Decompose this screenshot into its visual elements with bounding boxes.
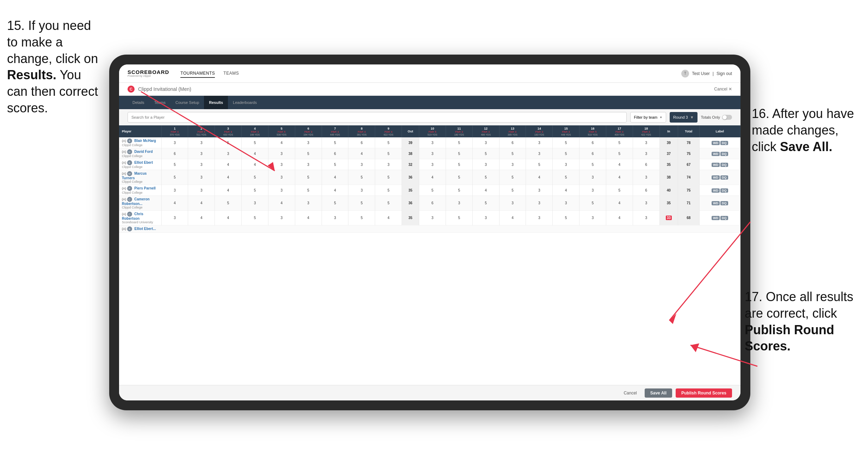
toggle-switch[interactable] [722,115,732,120]
score-hole-9[interactable]: 4 [375,211,402,225]
score-hole-12[interactable]: 5 [472,196,499,211]
score-hole-15[interactable]: 3 [553,159,579,170]
score-hole-18[interactable]: 3 [633,170,659,185]
score-hole-18[interactable]: 3 [633,137,659,148]
score-hole-4[interactable]: 5 [242,137,268,148]
score-hole-11[interactable]: 5 [446,185,472,196]
score-hole-7[interactable]: 4 [322,170,348,185]
score-hole-18[interactable]: 6 [633,159,659,170]
score-hole-2[interactable]: 3 [188,159,215,170]
wd-button[interactable]: WD [712,188,720,193]
score-hole-12[interactable]: 5 [472,170,499,185]
score-hole-10[interactable]: 4 [419,170,446,185]
score-hole-12[interactable]: 3 [472,137,499,148]
score-hole-10[interactable]: 3 [419,159,446,170]
tab-details[interactable]: Details [128,96,149,109]
wd-button[interactable]: WD [712,201,720,205]
score-hole-3[interactable]: 5 [215,196,242,211]
score-hole-16[interactable]: 5 [579,196,606,211]
score-hole-11[interactable]: 5 [446,170,472,185]
score-hole-3[interactable]: 3 [215,148,242,159]
score-hole-17[interactable]: 5 [606,185,633,196]
score-hole-4[interactable]: 5 [242,170,268,185]
dq-button[interactable]: DQ [720,175,728,180]
score-hole-15[interactable]: 5 [553,170,579,185]
score-hole-13[interactable]: 3 [499,196,526,211]
score-hole-15[interactable]: 5 [553,137,579,148]
score-hole-4[interactable]: 3 [242,196,268,211]
score-hole-3[interactable]: 4 [215,185,242,196]
score-hole-9[interactable]: 3 [375,159,402,170]
score-hole-8[interactable]: 6 [348,137,375,148]
score-hole-14[interactable]: 3 [526,148,553,159]
score-hole-7[interactable]: 5 [322,196,348,211]
score-hole-7[interactable]: 5 [322,137,348,148]
score-hole-12[interactable]: 3 [472,159,499,170]
score-hole-9[interactable]: 5 [375,196,402,211]
score-hole-5[interactable]: 3 [268,159,295,170]
dq-button[interactable]: DQ [720,216,728,220]
score-hole-5[interactable]: 3 [268,185,295,196]
score-hole-17[interactable]: 4 [606,196,633,211]
score-hole-18[interactable]: 3 [633,148,659,159]
score-hole-17[interactable]: 4 [606,170,633,185]
score-hole-17[interactable]: 5 [606,137,633,148]
tab-leaderboards[interactable]: Leaderboards [228,96,262,109]
sign-out-link[interactable]: Sign out [717,71,732,76]
dq-button[interactable]: DQ [720,163,728,167]
wd-button[interactable]: WD [712,216,720,220]
wd-button[interactable]: WD [712,152,720,156]
score-hole-6[interactable]: 4 [295,211,322,225]
score-hole-3[interactable]: 5 [215,137,242,148]
score-hole-8[interactable]: 5 [348,211,375,225]
score-hole-6[interactable]: 5 [295,148,322,159]
score-hole-5[interactable]: 4 [268,137,295,148]
score-hole-5[interactable]: 3 [268,148,295,159]
score-hole-18[interactable]: 6 [633,185,659,196]
score-hole-11[interactable]: 5 [446,211,472,225]
score-hole-5[interactable]: 3 [268,170,295,185]
score-hole-2[interactable]: 4 [188,211,215,225]
score-hole-11[interactable]: 5 [446,148,472,159]
score-hole-2[interactable]: 4 [188,196,215,211]
score-hole-17[interactable]: 4 [606,211,633,225]
score-hole-15[interactable]: 4 [553,185,579,196]
score-hole-9[interactable]: 5 [375,137,402,148]
score-hole-17[interactable]: 4 [606,159,633,170]
score-hole-6[interactable]: 3 [295,159,322,170]
dq-button[interactable]: DQ [720,152,728,156]
score-hole-10[interactable]: 3 [419,148,446,159]
tab-results[interactable]: Results [204,96,228,109]
score-hole-16[interactable]: 3 [579,185,606,196]
wd-button[interactable]: WD [712,141,720,145]
cancel-action-button[interactable]: Cancel [619,388,641,398]
score-hole-1[interactable]: 3 [161,211,188,225]
score-hole-3[interactable]: 4 [215,159,242,170]
score-hole-1[interactable]: 5 [161,159,188,170]
score-hole-13[interactable]: 5 [499,170,526,185]
score-hole-16[interactable]: 6 [579,148,606,159]
wd-button[interactable]: WD [712,175,720,180]
filter-team-dropdown[interactable]: Filter by team ▼ [630,112,666,123]
score-hole-2[interactable]: 3 [188,170,215,185]
score-hole-4[interactable]: 5 [242,211,268,225]
score-hole-12[interactable]: 3 [472,211,499,225]
score-hole-16[interactable]: 6 [579,137,606,148]
score-hole-13[interactable]: 3 [499,159,526,170]
score-hole-15[interactable]: 5 [553,211,579,225]
score-hole-1[interactable]: 3 [161,137,188,148]
scores-table-wrapper[interactable]: Player 1PAR 4370 YDS 2PAR 5511 YDS 3PAR … [119,125,740,385]
score-hole-14[interactable]: 4 [526,170,553,185]
score-hole-2[interactable]: 3 [188,185,215,196]
score-hole-8[interactable]: 3 [348,185,375,196]
wd-button[interactable]: WD [712,163,720,167]
score-hole-4[interactable]: 4 [242,148,268,159]
score-hole-15[interactable]: 3 [553,196,579,211]
score-hole-5[interactable]: 3 [268,211,295,225]
score-hole-16[interactable]: 3 [579,170,606,185]
score-hole-2[interactable]: 3 [188,137,215,148]
score-hole-8[interactable]: 3 [348,159,375,170]
score-hole-1[interactable]: 4 [161,196,188,211]
score-hole-16[interactable]: 3 [579,211,606,225]
score-hole-7[interactable]: 4 [322,185,348,196]
